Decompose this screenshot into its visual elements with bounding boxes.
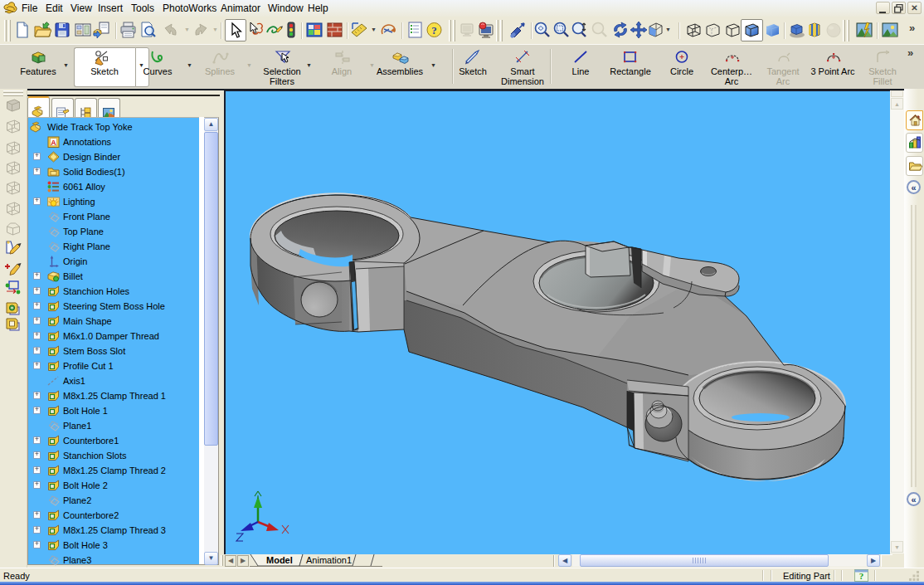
svg-text:Animation1: Animation1 [306,555,352,565]
svg-text:?: ? [859,571,864,581]
svg-text:Model: Model [266,555,293,565]
svg-text:?: ? [431,24,437,37]
svg-text:A: A [51,139,56,147]
